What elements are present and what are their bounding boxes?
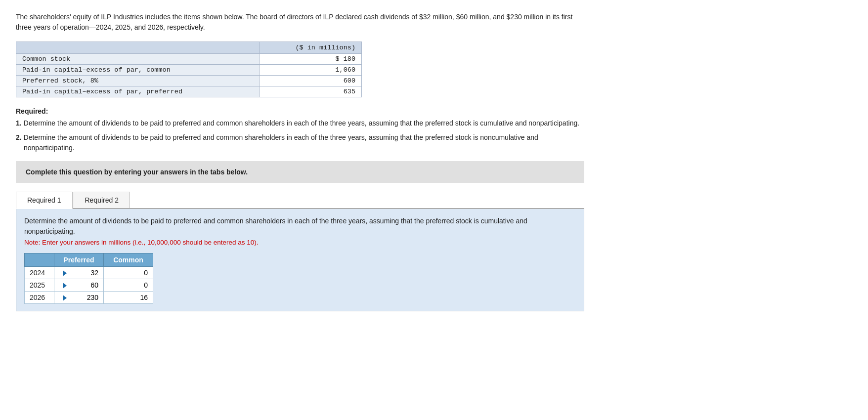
tabs-container: Required 1Required 2 Determine the amoun… xyxy=(16,192,584,311)
common-input[interactable] xyxy=(118,294,148,301)
tab-req2[interactable]: Required 2 xyxy=(74,192,130,208)
stock-table-value-col: ($ in millions) xyxy=(260,42,362,54)
common-cell[interactable] xyxy=(104,267,153,279)
req-num: 1. xyxy=(16,119,22,127)
triangle-indicator xyxy=(63,283,67,289)
stock-table-label-col xyxy=(16,42,260,54)
tabs-header: Required 1Required 2 xyxy=(16,192,584,209)
answer-col-header: Preferred xyxy=(54,253,104,267)
preferred-cell[interactable] xyxy=(54,292,104,304)
stock-table-row: Paid-in capital–excess of par, preferred… xyxy=(16,86,362,97)
tab-content: Determine the amount of dividends to be … xyxy=(16,209,584,311)
year-cell: 2025 xyxy=(25,279,54,292)
stock-label: Common stock xyxy=(16,54,260,65)
stock-table: ($ in millions) Common stock $ 180 Paid-… xyxy=(16,42,362,97)
stock-table-row: Preferred stock, 8% 600 xyxy=(16,76,362,86)
stock-value: 1,060 xyxy=(260,65,362,76)
common-cell[interactable] xyxy=(104,279,153,292)
required-item: 1. Determine the amount of dividends to … xyxy=(16,118,584,128)
preferred-input[interactable] xyxy=(69,281,98,289)
answer-table-row: 2025 xyxy=(25,279,153,292)
preferred-cell[interactable] xyxy=(54,267,104,279)
required-item: 2. Determine the amount of dividends to … xyxy=(16,132,584,153)
answer-table: PreferredCommon 202420252026 xyxy=(24,253,153,304)
stock-label: Preferred stock, 8% xyxy=(16,76,260,86)
stock-label: Paid-in capital–excess of par, preferred xyxy=(16,86,260,97)
required-section: Required: 1. Determine the amount of div… xyxy=(16,107,584,153)
stock-value: 635 xyxy=(260,86,362,97)
stock-label: Paid-in capital–excess of par, common xyxy=(16,65,260,76)
intro-paragraph: The shareholders' equity of ILP Industri… xyxy=(16,12,584,33)
answer-col-header: Common xyxy=(104,253,153,267)
req-num: 2. xyxy=(16,133,22,141)
preferred-cell[interactable] xyxy=(54,279,104,292)
common-cell[interactable] xyxy=(104,292,153,304)
tab-description: Determine the amount of dividends to be … xyxy=(24,216,576,237)
answer-table-row: 2026 xyxy=(25,292,153,304)
preferred-input[interactable] xyxy=(69,269,98,277)
required-title: Required: xyxy=(16,107,584,115)
common-input[interactable] xyxy=(118,281,148,289)
year-cell: 2026 xyxy=(25,292,54,304)
stock-value: 600 xyxy=(260,76,362,86)
stock-table-row: Common stock $ 180 xyxy=(16,54,362,65)
stock-table-wrapper: ($ in millions) Common stock $ 180 Paid-… xyxy=(16,42,362,97)
answer-col-header xyxy=(25,253,54,267)
stock-table-row: Paid-in capital–excess of par, common 1,… xyxy=(16,65,362,76)
triangle-indicator xyxy=(63,270,67,276)
tab-note: Note: Enter your answers in millions (i.… xyxy=(24,239,576,246)
stock-value: $ 180 xyxy=(260,54,362,65)
year-cell: 2024 xyxy=(25,267,54,279)
common-input[interactable] xyxy=(118,269,148,277)
tab-req1[interactable]: Required 1 xyxy=(16,192,73,209)
triangle-indicator xyxy=(63,295,67,301)
complete-box: Complete this question by entering your … xyxy=(16,161,584,183)
answer-table-row: 2024 xyxy=(25,267,153,279)
preferred-input[interactable] xyxy=(69,294,98,301)
